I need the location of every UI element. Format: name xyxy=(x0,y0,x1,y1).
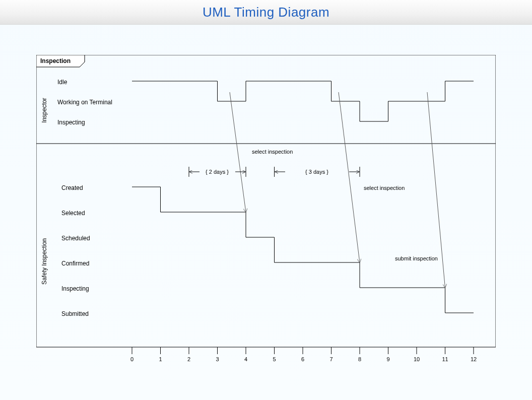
tick-0: 0 xyxy=(130,356,134,362)
message-select-1 xyxy=(230,92,246,212)
tick-2: 2 xyxy=(187,356,190,362)
state-inspector-inspecting: Inspecting xyxy=(57,119,85,126)
state-safety-inspecting: Inspecting xyxy=(61,285,89,292)
tick-6: 6 xyxy=(301,356,304,362)
tick-1: 1 xyxy=(159,356,162,362)
state-safety-submitted: Submitted xyxy=(61,310,89,317)
safety-timeline xyxy=(132,187,474,313)
tick-9: 9 xyxy=(386,356,389,362)
page-title: UML Timing Diagram xyxy=(203,5,329,20)
diagram-canvas: Inspection Inspector Idle Working on Ter… xyxy=(36,55,496,364)
constraint-2days-label: { 2 days } xyxy=(206,169,229,175)
state-inspector-idle: Idle xyxy=(57,79,68,86)
time-axis: 0 1 2 3 4 5 6 7 8 9 10 11 12 xyxy=(130,347,477,362)
message-select-2 xyxy=(339,92,360,262)
frame-name-label: Inspection xyxy=(40,57,71,64)
state-safety-selected: Selected xyxy=(61,210,85,217)
tick-11: 11 xyxy=(442,356,448,362)
constraint-3days-label: { 3 days } xyxy=(305,169,328,175)
inspector-timeline xyxy=(132,81,474,121)
tick-12: 12 xyxy=(471,356,477,362)
lifeline-safety-label: Safety Inspection xyxy=(41,238,48,285)
state-safety-created: Created xyxy=(61,184,83,191)
page-header: UML Timing Diagram xyxy=(0,0,532,25)
tick-4: 4 xyxy=(244,356,247,362)
message-submit-label: submit inspection xyxy=(395,255,438,261)
state-safety-confirmed: Confirmed xyxy=(61,260,89,267)
tick-8: 8 xyxy=(358,356,361,362)
message-select-1-label: select inspection xyxy=(252,149,293,155)
state-safety-scheduled: Scheduled xyxy=(61,235,90,242)
tick-5: 5 xyxy=(273,356,276,362)
tick-10: 10 xyxy=(414,356,420,362)
lifeline-inspector-label: Inspector xyxy=(41,98,48,122)
message-select-2-label: select inspection xyxy=(364,185,405,191)
tick-3: 3 xyxy=(216,356,219,362)
tick-7: 7 xyxy=(329,356,332,362)
state-inspector-working: Working on Terminal xyxy=(57,99,112,106)
